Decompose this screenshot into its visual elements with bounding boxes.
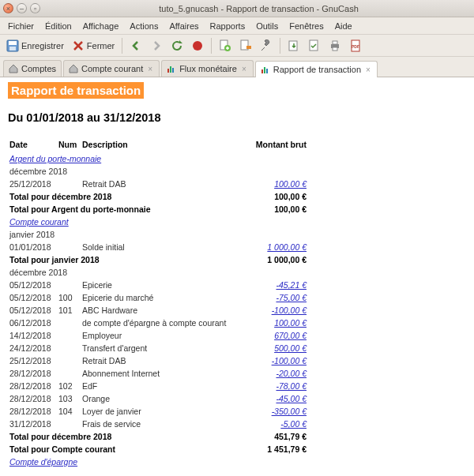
window-close-button[interactable]: × xyxy=(3,3,13,13)
close-button[interactable]: Fermer xyxy=(69,38,118,54)
amount-link[interactable]: 100,00 € xyxy=(274,179,307,189)
svg-rect-22 xyxy=(266,69,268,73)
window-maximize-button[interactable]: ▫ xyxy=(30,3,40,13)
table-row: 05/12/2018100Epicerie du marché-75,00 € xyxy=(8,291,308,304)
cell-date: 28/12/2018 xyxy=(8,392,57,405)
tab-close-icon[interactable]: × xyxy=(364,66,372,74)
tab-rapport-transaction[interactable]: Rapport de transaction × xyxy=(255,61,378,77)
cell-desc: de compte d'épargne à compte courant xyxy=(81,317,237,329)
floppy-icon xyxy=(6,39,19,52)
wrench-icon xyxy=(260,39,273,52)
period-total-amount: 100,00 € xyxy=(237,190,308,203)
menu-actions[interactable]: Actions xyxy=(125,20,163,32)
amount-link[interactable]: -78,00 € xyxy=(276,381,307,391)
menu-business[interactable]: Affaires xyxy=(164,20,203,32)
table-header-row: Date Num Description Montant brut xyxy=(8,138,308,152)
cell-desc: Abonnement Internet xyxy=(81,367,237,380)
amount-link[interactable]: 500,00 € xyxy=(274,343,307,353)
stop-icon xyxy=(191,39,204,52)
cell-date: 05/12/2018 xyxy=(8,279,57,291)
cell-desc: Solde initial xyxy=(81,241,237,253)
options2-button[interactable] xyxy=(305,38,324,54)
period-label: décembre 2018 xyxy=(8,266,308,279)
pdf-button[interactable]: PDF xyxy=(346,38,365,54)
toolbar: Enregistrer Fermer PDF xyxy=(0,35,474,57)
stop-button[interactable] xyxy=(188,38,207,54)
cell-num xyxy=(57,241,81,253)
menu-view[interactable]: Affichage xyxy=(78,20,124,32)
cell-date: 28/12/2018 xyxy=(8,367,57,380)
amount-link[interactable]: -5,00 € xyxy=(280,419,307,429)
svg-rect-19 xyxy=(172,68,174,73)
cell-num: 104 xyxy=(57,405,81,418)
menu-reports[interactable]: Rapports xyxy=(205,20,250,32)
table-row: 05/12/2018Epicerie-45,21 € xyxy=(8,279,308,291)
svg-point-5 xyxy=(193,41,202,51)
table-row: décembre 2018 xyxy=(8,266,308,279)
cell-date: 25/12/2018 xyxy=(8,354,57,367)
account-total-label: Total pour Compte courant xyxy=(8,443,237,455)
amount-link[interactable]: -350,00 € xyxy=(272,407,307,416)
svg-rect-17 xyxy=(167,69,169,73)
amount-link[interactable]: 100,00 € xyxy=(274,318,307,328)
options-button[interactable] xyxy=(257,38,276,54)
menubar: Fichier Édition Affichage Actions Affair… xyxy=(0,17,474,35)
report-table: Date Num Description Montant brut Argent… xyxy=(8,138,308,468)
period-total-amount: 1 000,00 € xyxy=(237,253,308,266)
account-total-label: Total pour Argent du porte-monnaie xyxy=(8,203,237,216)
export-icon xyxy=(288,39,300,52)
menu-windows[interactable]: Fenêtres xyxy=(284,20,328,32)
tab-close-icon[interactable]: × xyxy=(240,65,248,73)
tabbar: Comptes Compte courant × Flux monétaire … xyxy=(0,57,474,77)
print-button[interactable] xyxy=(325,38,344,54)
window-titlebar: × – ▫ tuto_5.gnucash - Rapport de transa… xyxy=(0,0,474,17)
cell-date: 28/12/2018 xyxy=(8,405,57,418)
forward-button[interactable] xyxy=(147,38,166,54)
reload-button[interactable] xyxy=(167,38,186,54)
amount-link[interactable]: -45,00 € xyxy=(276,394,307,403)
arrow-left-icon xyxy=(130,39,142,52)
menu-edit[interactable]: Édition xyxy=(40,20,77,32)
svg-text:PDF: PDF xyxy=(352,44,359,49)
save-button[interactable]: Enregistrer xyxy=(3,38,67,54)
account-link[interactable]: Compte courant xyxy=(9,217,69,227)
chart-icon xyxy=(261,65,270,74)
amount-link[interactable]: -20,00 € xyxy=(276,369,307,378)
amount-link[interactable]: -45,21 € xyxy=(276,280,307,290)
cell-desc: Loyer de janvier xyxy=(81,405,237,418)
window-minimize-button[interactable]: – xyxy=(17,3,27,13)
tab-compte-courant[interactable]: Compte courant × xyxy=(63,60,160,77)
menu-file[interactable]: Fichier xyxy=(3,20,39,32)
options-save-button[interactable] xyxy=(236,38,255,54)
cell-date: 31/12/2018 xyxy=(8,418,57,430)
col-amount: Montant brut xyxy=(237,138,308,152)
amount-link[interactable]: -75,00 € xyxy=(276,293,307,302)
menu-tools[interactable]: Outils xyxy=(251,20,283,32)
svg-rect-14 xyxy=(333,47,337,51)
cell-desc: EdF xyxy=(81,380,237,392)
tab-flux-monetaire[interactable]: Flux monétaire × xyxy=(161,60,254,77)
back-button[interactable] xyxy=(126,38,145,54)
cell-desc: Epicerie du marché xyxy=(81,291,237,304)
amount-link[interactable]: 670,00 € xyxy=(274,331,307,340)
toolbar-separator xyxy=(280,38,280,54)
account-link[interactable]: Compte d'épargne xyxy=(9,457,77,467)
report-date-range: Du 01/01/2018 au 31/12/2018 xyxy=(8,111,466,124)
cell-desc: ABC Hardware xyxy=(81,304,237,317)
menu-help[interactable]: Aide xyxy=(330,20,357,32)
options-add-button[interactable] xyxy=(216,38,235,54)
account-link[interactable]: Argent du porte-monnaie xyxy=(9,154,101,163)
chart-icon xyxy=(167,64,176,73)
cell-num xyxy=(57,279,81,291)
amount-link[interactable]: -100,00 € xyxy=(272,356,307,365)
table-row: Total pour Compte courant1 451,79 € xyxy=(8,443,308,455)
tab-accounts[interactable]: Comptes xyxy=(3,60,62,77)
table-row: 25/12/2018Retrait DAB100,00 € xyxy=(8,178,308,190)
table-row: 28/12/2018103Orange-45,00 € xyxy=(8,392,308,405)
tab-label: Comptes xyxy=(21,64,56,73)
table-row: Compte courant xyxy=(8,216,308,228)
amount-link[interactable]: -100,00 € xyxy=(272,305,307,315)
amount-link[interactable]: 1 000,00 € xyxy=(267,242,307,252)
export-button[interactable] xyxy=(284,38,303,54)
tab-close-icon[interactable]: × xyxy=(146,65,154,73)
